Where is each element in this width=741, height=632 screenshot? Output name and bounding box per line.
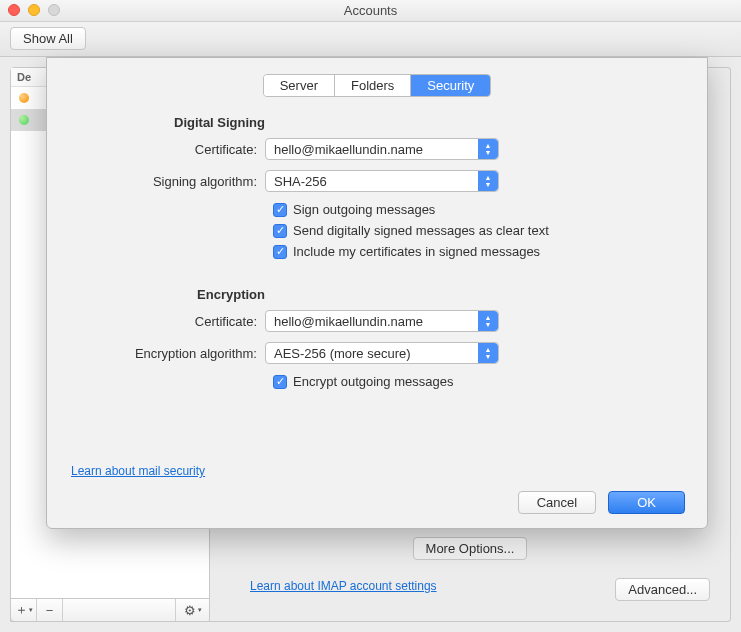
security-sheet: Server Folders Security Digital Signing … [46,57,708,529]
checkbox-label: Encrypt outgoing messages [293,374,453,389]
tab-folders[interactable]: Folders [335,75,411,96]
updown-icon: ▲▼ [478,171,498,191]
remove-account-button[interactable]: − [37,599,63,621]
signing-algorithm-label: Signing algorithm: [71,174,265,189]
signing-certificate-label: Certificate: [71,142,265,157]
checkbox-checked-icon: ✓ [273,245,287,259]
checkbox-label: Include my certificates in signed messag… [293,244,540,259]
cancel-button[interactable]: Cancel [518,491,596,514]
digital-signing-heading: Digital Signing [71,115,265,130]
clear-text-checkbox-row[interactable]: ✓ Send digitally signed messages as clea… [273,223,683,238]
select-value: AES-256 (more secure) [274,346,411,361]
select-value: hello@mikaellundin.name [274,142,423,157]
encryption-certificate-label: Certificate: [71,314,265,329]
gear-icon: ⚙ [184,603,196,618]
encrypt-outgoing-checkbox-row[interactable]: ✓ Encrypt outgoing messages [273,374,683,389]
add-account-button[interactable]: ＋▾ [11,599,37,621]
checkbox-checked-icon: ✓ [273,375,287,389]
chevron-down-icon: ▾ [198,606,202,614]
signing-certificate-select[interactable]: hello@mikaellundin.name ▲▼ [265,138,499,160]
encryption-certificate-select[interactable]: hello@mikaellundin.name ▲▼ [265,310,499,332]
sign-outgoing-checkbox-row[interactable]: ✓ Sign outgoing messages [273,202,683,217]
close-icon[interactable] [8,4,20,16]
updown-icon: ▲▼ [478,311,498,331]
mail-security-link[interactable]: Learn about mail security [71,464,205,478]
sidebar-footer: ＋▾ − ⚙▾ [10,598,210,622]
window-controls [8,4,60,16]
include-certs-checkbox-row[interactable]: ✓ Include my certificates in signed mess… [273,244,683,259]
imap-settings-link[interactable]: Learn about IMAP account settings [230,567,457,613]
zoom-icon [48,4,60,16]
advanced-button[interactable]: Advanced... [615,578,710,601]
select-value: hello@mikaellundin.name [274,314,423,329]
sheet-tabs: Server Folders Security [71,74,683,97]
accounts-window: Accounts Show All De More Options... [0,0,741,632]
status-dot-icon [19,93,29,103]
toolbar: Show All [0,22,741,57]
checkbox-checked-icon: ✓ [273,224,287,238]
tab-server[interactable]: Server [264,75,335,96]
minus-icon: − [46,603,54,618]
window-title: Accounts [344,3,397,18]
chevron-down-icon: ▾ [29,606,33,614]
signing-algorithm-select[interactable]: SHA-256 ▲▼ [265,170,499,192]
plus-icon: ＋ [15,601,28,619]
tab-security[interactable]: Security [411,75,490,96]
more-options-button[interactable]: More Options... [413,537,528,560]
security-form: Digital Signing Certificate: hello@mikae… [71,115,683,389]
titlebar: Accounts [0,0,741,22]
encryption-algorithm-select[interactable]: AES-256 (more secure) ▲▼ [265,342,499,364]
ok-button[interactable]: OK [608,491,685,514]
updown-icon: ▲▼ [478,343,498,363]
encryption-algorithm-label: Encryption algorithm: [71,346,265,361]
status-dot-icon [19,115,29,125]
checkbox-label: Send digitally signed messages as clear … [293,223,549,238]
checkbox-label: Sign outgoing messages [293,202,435,217]
select-value: SHA-256 [274,174,327,189]
updown-icon: ▲▼ [478,139,498,159]
show-all-button[interactable]: Show All [10,27,86,50]
checkbox-checked-icon: ✓ [273,203,287,217]
encryption-heading: Encryption [71,287,265,302]
minimize-icon[interactable] [28,4,40,16]
sidebar-actions-button[interactable]: ⚙▾ [175,599,209,621]
